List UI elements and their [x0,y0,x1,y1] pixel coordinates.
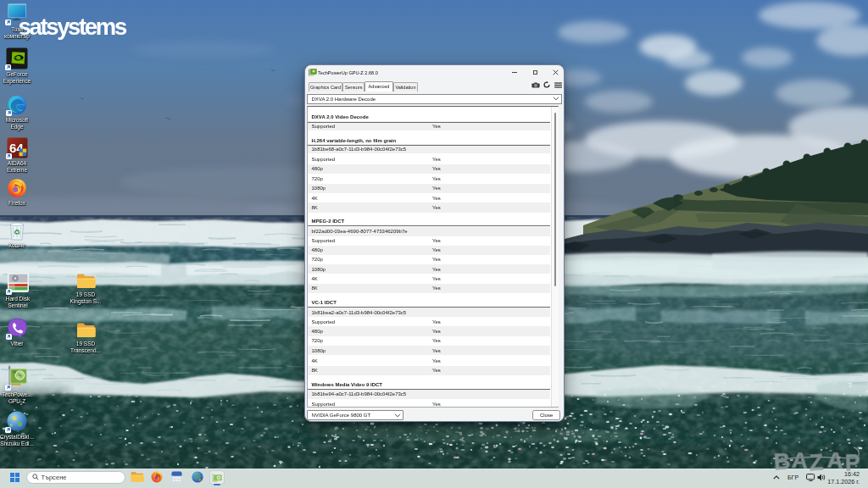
svg-text:B: B [773,448,792,474]
svg-text:A: A [791,447,809,474]
svg-text:A: A [826,447,844,474]
svg-text:Z: Z [809,449,824,475]
svg-text:♻: ♻ [14,228,20,236]
